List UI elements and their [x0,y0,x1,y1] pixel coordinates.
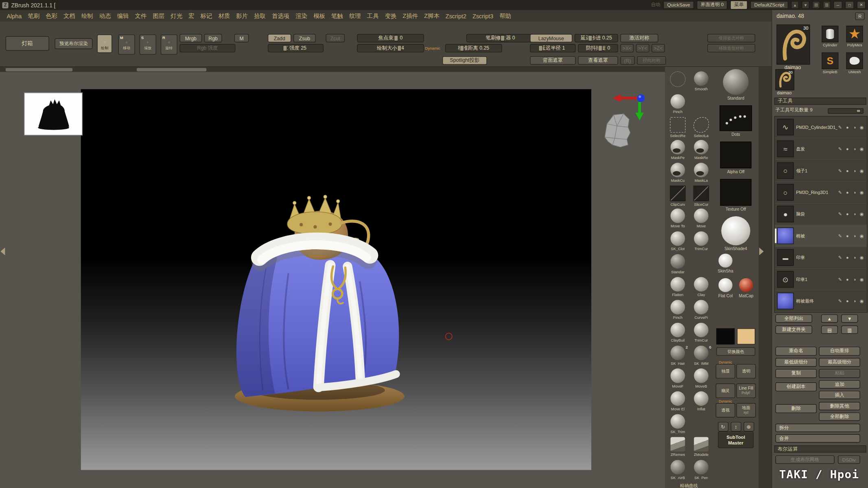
view-toggle[interactable]: Line FillPolyF [736,380,756,398]
current-material-button[interactable]: SkinShade4 [721,216,750,251]
brush-item[interactable] [689,413,713,436]
view-toggle[interactable]: 透明 [736,360,756,379]
brush-item[interactable]: ClipCurv [666,185,690,207]
visibility-eye-icon[interactable]: ◉ [859,146,865,151]
folder-expand-button[interactable]: ▥ [841,326,858,334]
preview-boolean-button[interactable]: 预览布尔渲染 [55,39,92,49]
default-zscript-button[interactable]: DefaultZScript [750,1,788,9]
subtool-thumbnail[interactable] [777,206,794,222]
brush-item[interactable]: SelectLa [689,116,713,139]
shade-toggle-icon[interactable]: ◑ [852,146,857,151]
brush-item[interactable]: Pinch [666,93,690,116]
brush-item[interactable]: TrimCur [689,322,713,344]
paint-toggle-icon[interactable]: ● [844,146,850,151]
brush-item[interactable]: Flatten [666,276,690,299]
brush-item[interactable]: Move El [666,390,690,413]
move-up-button[interactable]: ▲ [821,314,838,323]
palette-icon[interactable]: ▥ [823,1,831,9]
lowest-subdiv-button[interactable]: 最低级细分 [775,358,816,367]
paint-toggle-icon[interactable]: ● [844,233,850,238]
document-canvas[interactable] [81,89,591,470]
copy-button[interactable]: 复制 [775,369,816,378]
shade-toggle-icon[interactable]: ◑ [852,190,857,195]
current-tool-thumbnail[interactable]: 30 [776,24,810,65]
symmetry-x-button[interactable]: >X< [620,44,634,52]
visibility-eye-icon[interactable]: ◉ [859,190,865,195]
previous-tool-thumbnail[interactable]: 30 [775,69,794,90]
menu-item[interactable]: 色彩 [46,12,57,20]
delete-other-button[interactable]: 删除其他 [819,402,860,410]
symmetry-z-button[interactable]: >Z< [652,44,665,52]
paint-toggle-icon[interactable]: ● [844,124,850,129]
shade-toggle-icon[interactable]: ◑ [852,298,857,303]
menu-item[interactable]: 标记 [201,12,212,20]
menu-item[interactable]: 纹理 [349,12,361,20]
subtool-thumbnail[interactable] [777,249,794,266]
subtool-section-header[interactable]: 子工具 [774,98,866,105]
shade-toggle-icon[interactable]: ◑ [852,255,857,260]
menus-toggle-button[interactable]: 菜单 [730,0,748,9]
polypaint-brush-icon[interactable]: ✎ [837,168,843,173]
scroll-segment[interactable] [6,68,72,71]
maximize-button[interactable]: □ [845,1,854,9]
current-texture-button[interactable]: Texture Off [720,179,752,212]
move-down-button[interactable]: ▼ [841,314,858,323]
radial-symmetry-button[interactable]: (R) [620,56,635,65]
menu-item[interactable]: 文件 [135,12,147,20]
brush-item[interactable]: ZModele [689,436,713,459]
list-all-button[interactable]: 全部列出 [775,314,812,323]
visibility-eye-icon[interactable]: ◉ [859,233,865,238]
slider-knob[interactable] [538,45,543,51]
menu-item[interactable]: 影片 [236,12,248,20]
menu-item[interactable]: 渲染 [295,12,307,20]
subtool-thumbnail[interactable] [777,227,794,244]
symmetry-y-button[interactable]: >Y< [636,44,649,52]
rename-button[interactable]: 重命名 [775,347,816,356]
polypaint-brush-icon[interactable]: ✎ [837,277,843,282]
menu-item[interactable]: Z插件 [403,12,418,20]
new-folder-button[interactable]: 新建文件夹 [775,326,812,334]
material-item[interactable]: MatCap [736,278,756,303]
spotlight-projection-button[interactable]: Spotlight投影 [442,56,487,65]
slider-knob[interactable] [394,35,398,41]
gizmo-mode-button[interactable]: S ◦ 缩放 [140,35,156,54]
menu-item[interactable]: 笔刷 [28,12,39,20]
paint-toggle-icon[interactable]: ● [844,211,850,216]
scroll-down-icon[interactable]: ▼ [802,1,809,9]
merge-button[interactable]: 合并 [775,434,860,443]
paint-toggle-icon[interactable]: ● [844,298,850,303]
dynamic-label[interactable]: Dynamic [425,46,440,50]
menu-item[interactable]: 灯光 [171,12,182,20]
append-button[interactable]: 追加 [819,380,860,389]
brush-item[interactable]: MaskCu [666,162,690,185]
make-boolean-mesh-button[interactable]: 生成布尔网格 [775,455,834,464]
shade-toggle-icon[interactable]: ◑ [852,124,857,129]
tool-item[interactable]: SimpleB [819,52,841,77]
polypaint-brush-icon[interactable]: ✎ [837,233,843,238]
brush-item[interactable] [689,93,713,116]
menu-item[interactable]: 动态 [99,12,111,20]
tool-item[interactable]: Cylinder [819,26,841,50]
restore-button[interactable]: R [855,12,864,20]
insert-button[interactable]: 插入 [819,391,860,399]
visible-count-slider[interactable] [828,108,864,114]
gizmo-mode-button[interactable]: M ◦ 移动 [118,35,135,54]
split-button[interactable]: 拆分 [775,424,860,432]
activate-symmetry-button[interactable]: 激活对称 [620,34,658,43]
rgb-button[interactable]: Rgb [204,34,222,43]
visibility-eye-icon[interactable]: ◉ [859,277,865,282]
view-mask-button[interactable]: 查看遮罩 [578,56,618,65]
shade-toggle-icon[interactable]: ◑ [852,211,857,216]
menu-item[interactable]: 模板 [313,12,325,20]
subtool-item[interactable]: 印章 ✎ ● ◑ ◉ [775,247,867,268]
menu-item[interactable]: 笔触 [331,12,343,20]
brush-item[interactable]: Smooth [689,70,713,93]
lightbox-button[interactable]: 灯箱 [6,36,49,51]
slider-knob[interactable] [460,45,464,51]
brush-item[interactable]: MaskRe [689,139,713,161]
brush-item[interactable]: Pinch [666,299,690,322]
visibility-eye-icon[interactable]: ◉ [859,298,865,303]
brush-item[interactable]: SK_IMM 6 [689,344,713,367]
folder-collapse-button[interactable]: ▤ [821,326,838,334]
menu-item[interactable]: 文档 [63,12,75,20]
